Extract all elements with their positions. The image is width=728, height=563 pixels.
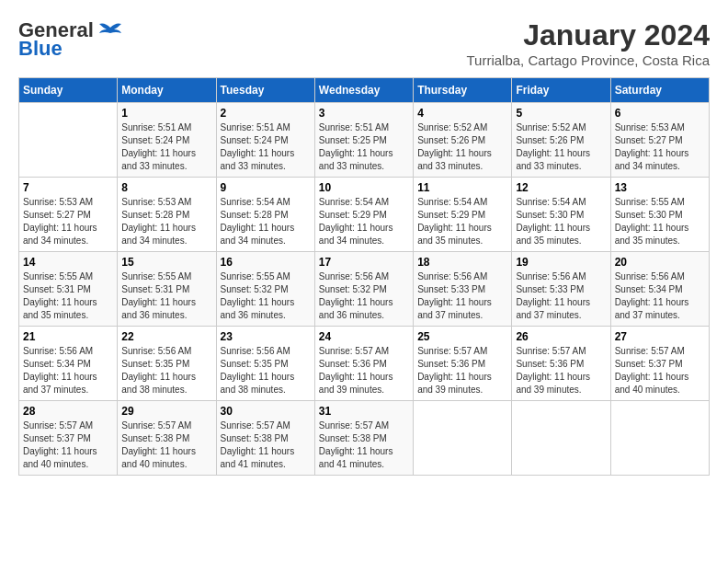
title-block: January 2024 Turrialba, Cartago Province… [466, 18, 710, 68]
day-number: 10 [319, 181, 409, 194]
calendar-cell: 24Sunrise: 5:57 AMSunset: 5:36 PMDayligh… [314, 327, 413, 401]
day-number: 21 [23, 330, 113, 343]
day-number: 29 [121, 405, 211, 418]
calendar-cell: 4Sunrise: 5:52 AMSunset: 5:26 PMDaylight… [414, 103, 512, 178]
day-header-thursday: Thursday [414, 78, 512, 103]
calendar-cell: 23Sunrise: 5:56 AMSunset: 5:35 PMDayligh… [216, 327, 314, 401]
day-number: 4 [417, 107, 507, 120]
day-info: Sunrise: 5:56 AMSunset: 5:34 PMDaylight:… [23, 345, 113, 396]
day-number: 23 [221, 330, 311, 343]
day-number: 3 [319, 107, 409, 120]
day-info: Sunrise: 5:51 AMSunset: 5:25 PMDaylight:… [319, 121, 409, 173]
calendar-cell: 27Sunrise: 5:57 AMSunset: 5:37 PMDayligh… [610, 327, 709, 401]
day-info: Sunrise: 5:57 AMSunset: 5:36 PMDaylight:… [516, 345, 606, 396]
day-info: Sunrise: 5:56 AMSunset: 5:32 PMDaylight:… [319, 270, 409, 322]
calendar-cell: 15Sunrise: 5:55 AMSunset: 5:31 PMDayligh… [118, 252, 216, 327]
day-info: Sunrise: 5:57 AMSunset: 5:38 PMDaylight:… [121, 419, 211, 471]
day-info: Sunrise: 5:57 AMSunset: 5:37 PMDaylight:… [23, 419, 113, 471]
day-header-monday: Monday [118, 78, 216, 103]
day-number: 30 [221, 405, 311, 418]
day-info: Sunrise: 5:54 AMSunset: 5:29 PMDaylight:… [319, 196, 409, 247]
day-number: 25 [417, 330, 507, 343]
calendar-cell [512, 401, 610, 476]
day-info: Sunrise: 5:55 AMSunset: 5:31 PMDaylight:… [121, 270, 211, 322]
day-number: 31 [319, 405, 409, 418]
calendar-cell: 28Sunrise: 5:57 AMSunset: 5:37 PMDayligh… [19, 401, 118, 476]
calendar-cell: 31Sunrise: 5:57 AMSunset: 5:38 PMDayligh… [314, 401, 413, 476]
day-header-tuesday: Tuesday [216, 78, 314, 103]
day-number: 12 [516, 181, 606, 194]
calendar-cell: 25Sunrise: 5:57 AMSunset: 5:36 PMDayligh… [414, 327, 512, 401]
day-number: 16 [221, 256, 311, 269]
month-title: January 2024 [466, 18, 710, 52]
day-info: Sunrise: 5:53 AMSunset: 5:27 PMDaylight:… [23, 196, 113, 247]
day-info: Sunrise: 5:56 AMSunset: 5:33 PMDaylight:… [516, 270, 606, 322]
day-info: Sunrise: 5:57 AMSunset: 5:36 PMDaylight:… [417, 345, 507, 396]
day-number: 28 [23, 405, 113, 418]
day-info: Sunrise: 5:51 AMSunset: 5:24 PMDaylight:… [221, 121, 311, 173]
day-info: Sunrise: 5:54 AMSunset: 5:29 PMDaylight:… [417, 196, 507, 247]
page-header: General Blue January 2024 Turrialba, Car… [18, 18, 710, 68]
day-info: Sunrise: 5:56 AMSunset: 5:33 PMDaylight:… [417, 270, 507, 322]
day-info: Sunrise: 5:52 AMSunset: 5:26 PMDaylight:… [417, 121, 507, 173]
day-info: Sunrise: 5:57 AMSunset: 5:38 PMDaylight:… [319, 419, 409, 471]
day-number: 13 [615, 181, 705, 194]
day-info: Sunrise: 5:55 AMSunset: 5:32 PMDaylight:… [221, 270, 311, 322]
calendar-cell: 9Sunrise: 5:54 AMSunset: 5:28 PMDaylight… [216, 178, 314, 252]
day-number: 8 [121, 181, 211, 194]
day-header-saturday: Saturday [610, 78, 709, 103]
day-info: Sunrise: 5:56 AMSunset: 5:35 PMDaylight:… [221, 345, 311, 396]
day-number: 27 [615, 330, 705, 343]
day-number: 24 [319, 330, 409, 343]
calendar-cell: 8Sunrise: 5:53 AMSunset: 5:28 PMDaylight… [118, 178, 216, 252]
day-number: 14 [23, 256, 113, 269]
day-info: Sunrise: 5:55 AMSunset: 5:31 PMDaylight:… [23, 270, 113, 322]
day-number: 20 [615, 256, 705, 269]
day-number: 7 [23, 181, 113, 194]
day-number: 17 [319, 256, 409, 269]
day-number: 19 [516, 256, 606, 269]
day-info: Sunrise: 5:54 AMSunset: 5:28 PMDaylight:… [221, 196, 311, 247]
day-number: 6 [615, 107, 705, 120]
day-header-sunday: Sunday [19, 78, 118, 103]
day-number: 15 [121, 256, 211, 269]
day-info: Sunrise: 5:53 AMSunset: 5:28 PMDaylight:… [121, 196, 211, 247]
day-info: Sunrise: 5:51 AMSunset: 5:24 PMDaylight:… [121, 121, 211, 173]
day-info: Sunrise: 5:55 AMSunset: 5:30 PMDaylight:… [615, 196, 705, 247]
calendar-cell: 5Sunrise: 5:52 AMSunset: 5:26 PMDaylight… [512, 103, 610, 178]
calendar-cell: 3Sunrise: 5:51 AMSunset: 5:25 PMDaylight… [314, 103, 413, 178]
calendar-cell: 22Sunrise: 5:56 AMSunset: 5:35 PMDayligh… [118, 327, 216, 401]
location-title: Turrialba, Cartago Province, Costa Rica [466, 52, 710, 68]
day-info: Sunrise: 5:57 AMSunset: 5:36 PMDaylight:… [319, 345, 409, 396]
calendar-cell: 13Sunrise: 5:55 AMSunset: 5:30 PMDayligh… [610, 178, 709, 252]
day-number: 26 [516, 330, 606, 343]
day-info: Sunrise: 5:56 AMSunset: 5:34 PMDaylight:… [615, 270, 705, 322]
day-number: 22 [121, 330, 211, 343]
calendar-cell: 2Sunrise: 5:51 AMSunset: 5:24 PMDaylight… [216, 103, 314, 178]
calendar-cell: 19Sunrise: 5:56 AMSunset: 5:33 PMDayligh… [512, 252, 610, 327]
day-number: 1 [121, 107, 211, 120]
day-number: 11 [417, 181, 507, 194]
calendar-cell: 10Sunrise: 5:54 AMSunset: 5:29 PMDayligh… [314, 178, 413, 252]
calendar-cell: 17Sunrise: 5:56 AMSunset: 5:32 PMDayligh… [314, 252, 413, 327]
logo-blue-text: Blue [18, 37, 63, 61]
logo-bird-icon [97, 20, 123, 40]
day-info: Sunrise: 5:57 AMSunset: 5:37 PMDaylight:… [615, 345, 705, 396]
day-number: 2 [221, 107, 311, 120]
calendar-table: SundayMondayTuesdayWednesdayThursdayFrid… [18, 77, 710, 476]
calendar-cell [19, 103, 118, 178]
calendar-cell [414, 401, 512, 476]
day-header-wednesday: Wednesday [314, 78, 413, 103]
calendar-cell: 6Sunrise: 5:53 AMSunset: 5:27 PMDaylight… [610, 103, 709, 178]
calendar-cell: 29Sunrise: 5:57 AMSunset: 5:38 PMDayligh… [118, 401, 216, 476]
day-info: Sunrise: 5:52 AMSunset: 5:26 PMDaylight:… [516, 121, 606, 173]
calendar-cell: 7Sunrise: 5:53 AMSunset: 5:27 PMDaylight… [19, 178, 118, 252]
calendar-cell: 16Sunrise: 5:55 AMSunset: 5:32 PMDayligh… [216, 252, 314, 327]
calendar-cell: 11Sunrise: 5:54 AMSunset: 5:29 PMDayligh… [414, 178, 512, 252]
day-info: Sunrise: 5:56 AMSunset: 5:35 PMDaylight:… [121, 345, 211, 396]
logo: General Blue [18, 18, 123, 61]
day-header-friday: Friday [512, 78, 610, 103]
calendar-cell: 14Sunrise: 5:55 AMSunset: 5:31 PMDayligh… [19, 252, 118, 327]
calendar-cell: 12Sunrise: 5:54 AMSunset: 5:30 PMDayligh… [512, 178, 610, 252]
day-info: Sunrise: 5:53 AMSunset: 5:27 PMDaylight:… [615, 121, 705, 173]
